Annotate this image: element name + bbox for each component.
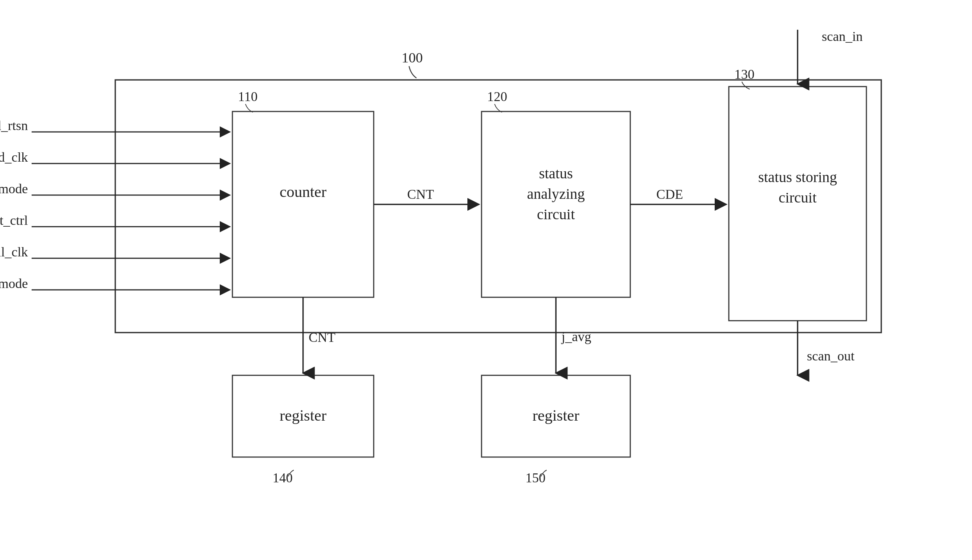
status-analyzing-label-3: circuit	[537, 206, 575, 223]
cde-label-horiz: CDE	[656, 187, 683, 202]
cnt-label-horiz: CNT	[407, 187, 434, 202]
scan-out-label: scan_out	[807, 348, 855, 363]
ref-130-label: 130	[735, 67, 755, 82]
ref-100-curve	[409, 66, 416, 78]
ref-140-label: 140	[272, 470, 293, 485]
status-storing-label-1: status storing	[758, 169, 837, 185]
ref-130-curve	[742, 82, 750, 89]
counter-block	[232, 112, 374, 297]
outer-block	[115, 80, 881, 333]
cnt-label-vert: CNT	[309, 330, 336, 345]
register2-label: register	[533, 407, 580, 424]
register1-label: register	[280, 407, 326, 424]
javg-label-vert: j_avg	[561, 329, 591, 344]
ref-110-label: 110	[238, 89, 258, 104]
ref-100-label: 100	[402, 50, 423, 65]
status-analyzing-label-1: status	[539, 165, 573, 182]
status-analyzing-block	[481, 112, 630, 297]
sd-clk-label: sd_clk	[0, 150, 28, 165]
test-ctrl-label: test_ctrl	[0, 213, 28, 228]
pll-clk-label: pll_clk	[0, 245, 28, 259]
ref-150-label: 150	[525, 470, 546, 485]
status-analyzing-label-2: analyzing	[527, 185, 585, 202]
scan-in-label: scan_in	[822, 29, 863, 44]
circuit-diagram: 100 counter 110 status analyzing circuit…	[0, 0, 972, 560]
ref-120-label: 120	[487, 89, 507, 104]
counter-label: counter	[280, 183, 326, 200]
diagram-container: 100 counter 110 status analyzing circuit…	[0, 0, 972, 560]
test-mode-label: test_mode	[0, 276, 28, 291]
sd-rtsn-label: sd_rtsn	[0, 118, 28, 133]
scan-mode-label: scan_mode	[0, 181, 28, 196]
status-storing-label-2: circuit	[779, 189, 817, 206]
